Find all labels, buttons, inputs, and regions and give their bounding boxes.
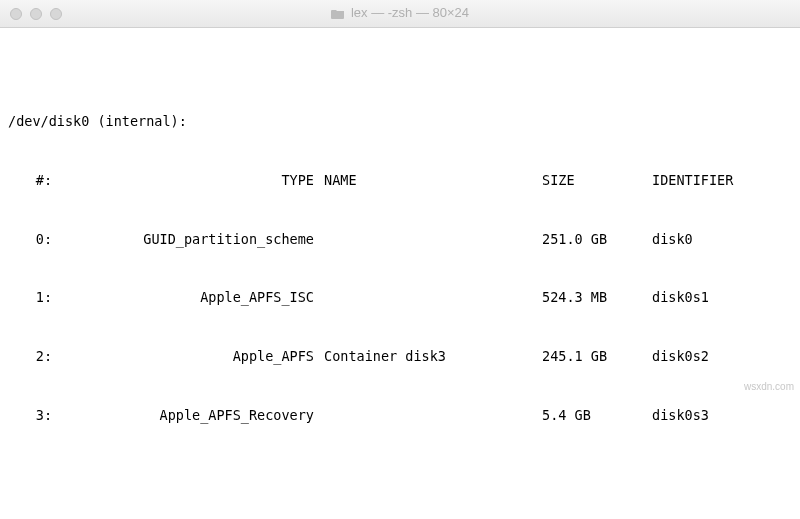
minimize-button[interactable]: [30, 8, 42, 20]
folder-icon: [331, 8, 345, 19]
col-num: #: [6, 171, 44, 191]
window-titlebar: lex — -zsh — 80×24: [0, 0, 800, 28]
window-title: lex — -zsh — 80×24: [351, 4, 469, 23]
traffic-lights: [10, 8, 62, 20]
column-header-row: # : TYPE NAME SIZE IDENTIFIER: [6, 171, 794, 191]
watermark: wsxdn.com: [744, 380, 794, 395]
disk-row: 3:Apple_APFS_Recovery5.4 GBdisk0s3: [6, 406, 794, 426]
col-size: SIZE: [542, 171, 644, 191]
disk-row: 0:GUID_partition_scheme251.0 GBdisk0: [6, 230, 794, 250]
col-id: IDENTIFIER: [644, 171, 794, 191]
col-name: NAME: [324, 171, 542, 191]
disk-row: 2:Apple_APFSContainer disk3245.1 GBdisk0…: [6, 347, 794, 367]
close-button[interactable]: [10, 8, 22, 20]
disk0-title: /dev/disk0 (internal):: [6, 112, 794, 132]
terminal-content[interactable]: /dev/disk0 (internal): # : TYPE NAME SIZ…: [0, 28, 800, 519]
zoom-button[interactable]: [50, 8, 62, 20]
disk-row: 1:Apple_APFS_ISC524.3 MBdisk0s1: [6, 288, 794, 308]
col-type: TYPE: [52, 171, 314, 191]
window-title-wrap: lex — -zsh — 80×24: [0, 4, 800, 23]
blank-line: [6, 484, 794, 503]
